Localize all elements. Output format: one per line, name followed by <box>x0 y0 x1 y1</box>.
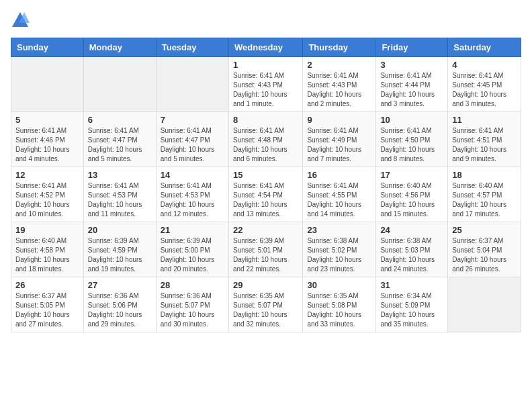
day-number: 7 <box>161 115 224 125</box>
calendar-table: SundayMondayTuesdayWednesdayThursdayFrid… <box>11 38 521 332</box>
calendar-cell <box>156 57 228 112</box>
calendar-cell: 1Sunrise: 6:41 AM Sunset: 4:43 PM Daylig… <box>228 57 302 112</box>
calendar-cell: 8Sunrise: 6:41 AM Sunset: 4:48 PM Daylig… <box>228 112 302 167</box>
day-number: 1 <box>233 60 298 70</box>
calendar-cell <box>11 57 84 112</box>
calendar-cell: 11Sunrise: 6:41 AM Sunset: 4:51 PM Dayli… <box>448 112 521 167</box>
calendar-cell: 25Sunrise: 6:37 AM Sunset: 5:04 PM Dayli… <box>448 222 521 277</box>
calendar-cell: 16Sunrise: 6:41 AM Sunset: 4:55 PM Dayli… <box>303 167 376 222</box>
day-number: 8 <box>233 115 298 125</box>
logo-icon <box>11 11 30 30</box>
day-header-wednesday: Wednesday <box>228 38 302 57</box>
day-number: 12 <box>15 170 79 180</box>
calendar-cell: 24Sunrise: 6:38 AM Sunset: 5:03 PM Dayli… <box>376 222 448 277</box>
day-info: Sunrise: 6:41 AM Sunset: 4:51 PM Dayligh… <box>452 126 517 164</box>
calendar-cell: 2Sunrise: 6:41 AM Sunset: 4:43 PM Daylig… <box>303 57 376 112</box>
calendar-cell: 29Sunrise: 6:35 AM Sunset: 5:07 PM Dayli… <box>228 277 302 332</box>
day-number: 13 <box>88 170 152 180</box>
calendar-week-row: 26Sunrise: 6:37 AM Sunset: 5:05 PM Dayli… <box>11 277 521 332</box>
day-info: Sunrise: 6:41 AM Sunset: 4:47 PM Dayligh… <box>161 126 224 164</box>
day-header-thursday: Thursday <box>303 38 376 57</box>
day-number: 18 <box>452 170 517 180</box>
calendar-cell: 18Sunrise: 6:40 AM Sunset: 4:57 PM Dayli… <box>448 167 521 222</box>
day-header-saturday: Saturday <box>448 38 521 57</box>
day-info: Sunrise: 6:39 AM Sunset: 5:01 PM Dayligh… <box>233 236 298 274</box>
calendar-header-row: SundayMondayTuesdayWednesdayThursdayFrid… <box>11 38 521 57</box>
calendar-cell: 19Sunrise: 6:40 AM Sunset: 4:58 PM Dayli… <box>11 222 84 277</box>
calendar-cell: 5Sunrise: 6:41 AM Sunset: 4:46 PM Daylig… <box>11 112 84 167</box>
calendar-cell: 23Sunrise: 6:38 AM Sunset: 5:02 PM Dayli… <box>303 222 376 277</box>
calendar-cell: 27Sunrise: 6:36 AM Sunset: 5:06 PM Dayli… <box>83 277 156 332</box>
day-number: 3 <box>380 60 443 70</box>
day-info: Sunrise: 6:40 AM Sunset: 4:56 PM Dayligh… <box>380 181 443 219</box>
day-number: 16 <box>307 170 371 180</box>
day-info: Sunrise: 6:38 AM Sunset: 5:03 PM Dayligh… <box>380 236 443 274</box>
day-number: 9 <box>307 115 371 125</box>
day-info: Sunrise: 6:41 AM Sunset: 4:44 PM Dayligh… <box>380 71 443 109</box>
day-info: Sunrise: 6:36 AM Sunset: 5:06 PM Dayligh… <box>88 291 152 329</box>
day-number: 30 <box>307 280 371 290</box>
calendar-cell: 13Sunrise: 6:41 AM Sunset: 4:53 PM Dayli… <box>83 167 156 222</box>
day-number: 17 <box>380 170 443 180</box>
calendar-cell: 21Sunrise: 6:39 AM Sunset: 5:00 PM Dayli… <box>156 222 228 277</box>
calendar-week-row: 12Sunrise: 6:41 AM Sunset: 4:52 PM Dayli… <box>11 167 521 222</box>
day-info: Sunrise: 6:36 AM Sunset: 5:07 PM Dayligh… <box>161 291 224 329</box>
day-info: Sunrise: 6:41 AM Sunset: 4:47 PM Dayligh… <box>88 126 152 164</box>
day-info: Sunrise: 6:41 AM Sunset: 4:43 PM Dayligh… <box>233 71 298 109</box>
day-number: 27 <box>88 280 152 290</box>
day-info: Sunrise: 6:38 AM Sunset: 5:02 PM Dayligh… <box>307 236 371 274</box>
calendar-cell: 28Sunrise: 6:36 AM Sunset: 5:07 PM Dayli… <box>156 277 228 332</box>
calendar-cell: 10Sunrise: 6:41 AM Sunset: 4:50 PM Dayli… <box>376 112 448 167</box>
calendar-week-row: 5Sunrise: 6:41 AM Sunset: 4:46 PM Daylig… <box>11 112 521 167</box>
day-number: 5 <box>15 115 79 125</box>
day-number: 10 <box>380 115 443 125</box>
day-info: Sunrise: 6:41 AM Sunset: 4:54 PM Dayligh… <box>233 181 298 219</box>
day-info: Sunrise: 6:37 AM Sunset: 5:05 PM Dayligh… <box>15 291 79 329</box>
day-number: 4 <box>452 60 517 70</box>
day-number: 23 <box>307 225 371 235</box>
day-header-sunday: Sunday <box>11 38 84 57</box>
calendar-week-row: 1Sunrise: 6:41 AM Sunset: 4:43 PM Daylig… <box>11 57 521 112</box>
calendar-week-row: 19Sunrise: 6:40 AM Sunset: 4:58 PM Dayli… <box>11 222 521 277</box>
page-header <box>11 11 521 30</box>
calendar-cell: 4Sunrise: 6:41 AM Sunset: 4:45 PM Daylig… <box>448 57 521 112</box>
calendar-cell <box>83 57 156 112</box>
day-number: 28 <box>161 280 224 290</box>
day-info: Sunrise: 6:40 AM Sunset: 4:58 PM Dayligh… <box>15 236 79 274</box>
calendar-cell: 22Sunrise: 6:39 AM Sunset: 5:01 PM Dayli… <box>228 222 302 277</box>
day-info: Sunrise: 6:34 AM Sunset: 5:09 PM Dayligh… <box>380 291 443 329</box>
day-info: Sunrise: 6:40 AM Sunset: 4:57 PM Dayligh… <box>452 181 517 219</box>
calendar-cell: 14Sunrise: 6:41 AM Sunset: 4:53 PM Dayli… <box>156 167 228 222</box>
logo <box>11 11 32 30</box>
calendar-cell: 31Sunrise: 6:34 AM Sunset: 5:09 PM Dayli… <box>376 277 448 332</box>
day-number: 6 <box>88 115 152 125</box>
day-header-tuesday: Tuesday <box>156 38 228 57</box>
day-number: 24 <box>380 225 443 235</box>
day-info: Sunrise: 6:41 AM Sunset: 4:49 PM Dayligh… <box>307 126 371 164</box>
day-number: 11 <box>452 115 517 125</box>
calendar-cell: 3Sunrise: 6:41 AM Sunset: 4:44 PM Daylig… <box>376 57 448 112</box>
day-info: Sunrise: 6:41 AM Sunset: 4:55 PM Dayligh… <box>307 181 371 219</box>
day-info: Sunrise: 6:35 AM Sunset: 5:08 PM Dayligh… <box>307 291 371 329</box>
calendar-cell: 6Sunrise: 6:41 AM Sunset: 4:47 PM Daylig… <box>83 112 156 167</box>
calendar-cell: 7Sunrise: 6:41 AM Sunset: 4:47 PM Daylig… <box>156 112 228 167</box>
day-info: Sunrise: 6:41 AM Sunset: 4:50 PM Dayligh… <box>380 126 443 164</box>
day-info: Sunrise: 6:39 AM Sunset: 4:59 PM Dayligh… <box>88 236 152 274</box>
day-number: 2 <box>307 60 371 70</box>
calendar-cell <box>448 277 521 332</box>
day-info: Sunrise: 6:39 AM Sunset: 5:00 PM Dayligh… <box>161 236 224 274</box>
day-header-friday: Friday <box>376 38 448 57</box>
day-info: Sunrise: 6:41 AM Sunset: 4:53 PM Dayligh… <box>161 181 224 219</box>
calendar-cell: 12Sunrise: 6:41 AM Sunset: 4:52 PM Dayli… <box>11 167 84 222</box>
day-number: 25 <box>452 225 517 235</box>
day-number: 15 <box>233 170 298 180</box>
day-number: 14 <box>161 170 224 180</box>
day-number: 22 <box>233 225 298 235</box>
day-info: Sunrise: 6:41 AM Sunset: 4:52 PM Dayligh… <box>15 181 79 219</box>
day-number: 19 <box>15 225 79 235</box>
day-number: 31 <box>380 280 443 290</box>
day-header-monday: Monday <box>83 38 156 57</box>
day-info: Sunrise: 6:37 AM Sunset: 5:04 PM Dayligh… <box>452 236 517 274</box>
day-number: 20 <box>88 225 152 235</box>
day-info: Sunrise: 6:41 AM Sunset: 4:45 PM Dayligh… <box>452 71 517 109</box>
